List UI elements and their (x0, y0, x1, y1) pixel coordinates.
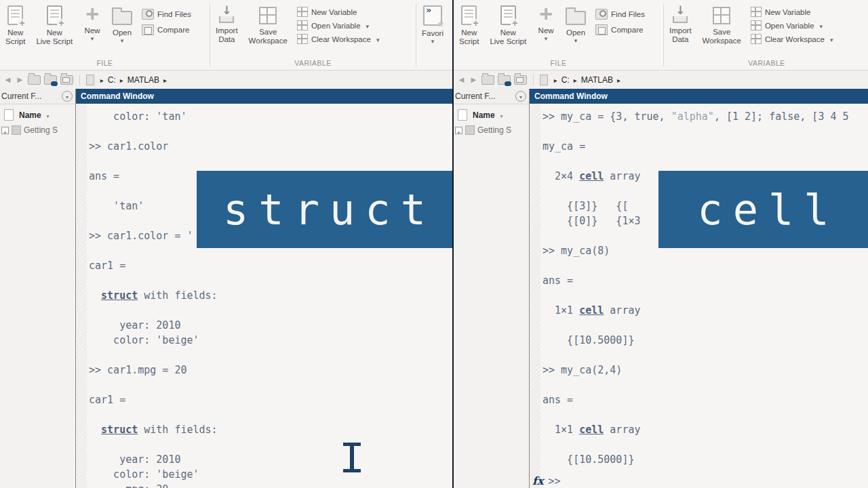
open-button[interactable]: Open (560, 5, 591, 44)
command-window-titlebar[interactable]: Command Window (530, 89, 868, 104)
current-folder-title: Current F... (455, 92, 495, 101)
save-workspace-icon (259, 7, 277, 24)
text-cursor-ibeam (343, 443, 361, 472)
ribbon-group-favorites: Favori (416, 0, 449, 70)
find-files-button[interactable]: Find Files (142, 9, 191, 20)
toolstrip: NewScript NewLive Script New Open (0, 0, 452, 70)
code-line: ans = (542, 392, 849, 407)
breadcrumb-drive[interactable]: C: (108, 75, 116, 85)
chevron-down-icon (545, 35, 548, 41)
expand-icon[interactable] (1, 127, 9, 134)
code-line: year: 2010 (89, 318, 218, 333)
open-label: Open (566, 28, 585, 37)
scrollbar[interactable] (76, 104, 87, 488)
command-window-text[interactable]: color: 'tan' >> car1.color ans = 'tan' >… (87, 104, 218, 488)
import-data-label: Import (669, 26, 692, 35)
code-line (89, 303, 218, 318)
section-label-variable: VARIABLE (664, 58, 868, 70)
forward-arrow-icon[interactable] (469, 70, 478, 89)
section-label-file: FILE (0, 58, 210, 70)
code-line (542, 258, 849, 273)
compare-button[interactable]: Compare (595, 24, 645, 35)
fx-icon[interactable]: fx (532, 474, 543, 487)
breadcrumb-arrow-icon (163, 75, 167, 85)
open-variable-button[interactable]: Open Variable (751, 20, 833, 30)
address-icon (540, 75, 548, 85)
breadcrumb-folder[interactable]: MATLAB (581, 75, 613, 85)
panel-menu-icon[interactable] (515, 91, 526, 102)
folder-icon (112, 11, 132, 25)
current-folder-header[interactable]: Current F... (0, 89, 75, 104)
folder-up-icon[interactable] (481, 75, 494, 85)
new-live-script-icon (500, 5, 516, 25)
name-column-header[interactable]: Name (0, 104, 75, 123)
new-live-script-button[interactable]: NewLive Script (484, 5, 532, 47)
import-data-button[interactable]: ImportData (210, 5, 243, 45)
cloud-folder-icon[interactable] (498, 75, 511, 85)
chevron-down-icon (121, 37, 124, 43)
plus-icon (537, 5, 555, 23)
new-variable-button[interactable]: New Variable (751, 7, 833, 17)
find-files-button[interactable]: Find Files (595, 9, 645, 20)
new-script-button[interactable]: NewScript (454, 5, 484, 47)
compare-button[interactable]: Compare (142, 24, 191, 35)
clear-workspace-icon (751, 34, 762, 44)
forward-arrow-icon[interactable] (16, 70, 24, 89)
code-line (542, 154, 849, 169)
command-window-titlebar[interactable]: Command Window (76, 89, 452, 104)
new-variable-label: New Variable (765, 8, 811, 16)
current-folder-header[interactable]: Current F... (454, 89, 529, 104)
chevron-down-icon (374, 35, 380, 43)
command-window-text[interactable]: >> my_ca = {3, true, "alpha", [1 2]; fal… (540, 104, 849, 488)
breadcrumb-drive[interactable]: C: (561, 75, 570, 85)
plus-badge-icon (57, 19, 66, 28)
open-button[interactable]: Open (106, 5, 138, 44)
import-data-button[interactable]: ImportData (664, 5, 697, 45)
folder-tree-item[interactable]: Getting S (0, 123, 75, 136)
clear-workspace-icon (297, 34, 308, 44)
code-line: color: 'beige' (89, 333, 218, 348)
code-line: mpg: 20 (89, 482, 218, 488)
command-window: Command Window color: 'tan' >> car1.colo… (75, 89, 452, 488)
favorites-button[interactable]: Favori (416, 5, 449, 45)
code-line (542, 378, 849, 392)
page-icon (458, 109, 467, 121)
new-variable-button[interactable]: New Variable (297, 7, 380, 17)
save-workspace-label: Save (703, 28, 741, 37)
chevron-down-icon (431, 38, 435, 44)
expand-icon[interactable] (455, 127, 462, 134)
recent-folders-icon[interactable] (60, 75, 73, 85)
clear-workspace-button[interactable]: Clear Workspace (751, 34, 833, 44)
recent-folders-icon[interactable] (514, 75, 527, 85)
new-variable-icon (297, 7, 308, 17)
save-workspace-button[interactable]: SaveWorkspace (697, 5, 747, 46)
breadcrumb-folder[interactable]: MATLAB (127, 75, 159, 85)
new-label: New (85, 26, 100, 35)
folder-item-icon (465, 125, 475, 135)
cloud-folder-icon[interactable] (44, 75, 57, 85)
panel-menu-icon[interactable] (62, 91, 73, 102)
new-script-button[interactable]: NewScript (0, 5, 31, 47)
save-workspace-button[interactable]: SaveWorkspace (243, 5, 293, 46)
folder-tree-item[interactable]: Getting S (454, 123, 529, 136)
toolstrip: NewScript NewLive Script New Open (454, 0, 868, 70)
code-line (542, 407, 849, 422)
scrollbar[interactable] (530, 104, 540, 488)
clear-workspace-button[interactable]: Clear Workspace (297, 34, 380, 44)
name-column-header[interactable]: Name (454, 104, 529, 123)
quick-access-toolbar: C: MATLAB (454, 70, 868, 89)
back-arrow-icon[interactable] (3, 70, 12, 89)
current-folder-panel: Current F... Name Getting S (0, 89, 75, 488)
plus-badge-icon (18, 19, 26, 28)
breadcrumb-arrow-icon (120, 75, 123, 85)
folder-up-icon[interactable] (28, 75, 41, 85)
compare-icon (142, 24, 154, 35)
code-line (89, 407, 218, 422)
new-button[interactable]: New (532, 5, 560, 42)
save-workspace-icon (713, 7, 730, 24)
new-button[interactable]: New (78, 5, 106, 42)
new-live-script-button[interactable]: NewLive Script (31, 5, 78, 47)
new-live-script-label: New (490, 28, 526, 37)
open-variable-button[interactable]: Open Variable (297, 20, 380, 30)
back-arrow-icon[interactable] (457, 70, 466, 89)
